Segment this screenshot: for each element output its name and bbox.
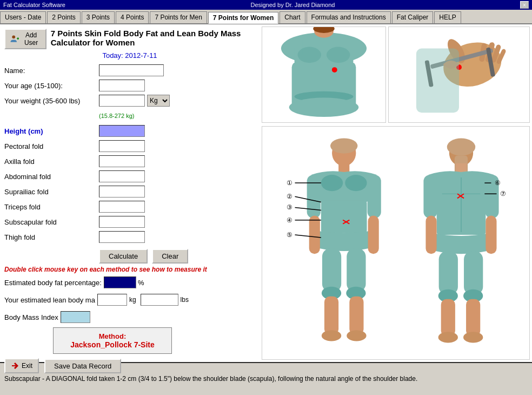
axilla-row: Axilla fold <box>4 155 255 168</box>
svg-rect-66 <box>423 175 437 219</box>
today-date: Today: 2012-7-11 <box>4 51 255 60</box>
svg-rect-44 <box>349 297 363 335</box>
method-label: Method: <box>58 332 167 340</box>
svg-point-76 <box>438 332 458 343</box>
svg-text:⑦: ⑦ <box>500 190 506 198</box>
name-input[interactable] <box>99 64 164 76</box>
left-panel: Add User 7 Points Skin Fold Body Fat and… <box>0 24 260 362</box>
method-box: Method: Jackson_Pollock 7-Site <box>53 327 172 354</box>
calculate-button[interactable]: Calculate <box>99 249 148 264</box>
main-content: Add User 7 Points Skin Fold Body Fat and… <box>0 24 532 362</box>
svg-rect-68 <box>425 216 436 254</box>
abdominal-row: Abdominal fold <box>4 170 255 183</box>
nav-tabs: Users - Date2 Points3 Points4 Points7 Po… <box>0 10 532 24</box>
bottom-buttons: Exit Save Data Record <box>4 358 255 373</box>
bmi-output <box>61 311 90 323</box>
suprailiac-input[interactable] <box>99 186 145 198</box>
page-title: 7 Points Skin Fold Body Fat and Lean Bod… <box>51 29 255 47</box>
lean-lbs-output <box>141 294 178 306</box>
pectoral-input[interactable] <box>99 140 145 152</box>
thigh-row: Thigh fold <box>4 231 255 243</box>
svg-point-46 <box>347 330 366 341</box>
tab-help[interactable]: HELP <box>434 11 461 23</box>
name-label: Name: <box>4 67 99 75</box>
title-bar-left: Fat Calculator Software <box>3 2 65 8</box>
age-row: Your age (15-100): <box>4 79 255 92</box>
status-text: Subscapular - A DIAGONAL fold taken 1-2 … <box>4 375 417 383</box>
thigh-label: Thigh fold <box>4 233 99 241</box>
title-bar: Fat Calculator Software Designed by Dr. … <box>0 0 532 10</box>
exit-button[interactable]: Exit <box>4 358 39 373</box>
close-button[interactable]: × <box>520 1 529 9</box>
clear-button[interactable]: Clear <box>152 249 188 264</box>
tab-fat-caliper[interactable]: Fat Caliper <box>392 11 434 23</box>
tab-4-points[interactable]: 4 Points <box>116 11 149 23</box>
thigh-input[interactable] <box>99 231 145 243</box>
add-user-button[interactable]: Add User <box>4 29 46 49</box>
add-user-label: Add User <box>21 31 41 47</box>
abdominal-input[interactable] <box>99 170 145 182</box>
tab-7-points-men[interactable]: 7 Points for Men <box>150 11 207 23</box>
lean-lbs-unit: lbs <box>181 296 189 304</box>
method-value: Jackson_Pollock 7-Site <box>58 340 167 349</box>
svg-text:④: ④ <box>287 216 292 224</box>
lean-kg-output <box>97 294 127 306</box>
svg-rect-34 <box>321 200 367 233</box>
svg-rect-36 <box>368 175 381 219</box>
weight-note: (15.8-272 kg) <box>99 113 134 119</box>
tab-7-points-women[interactable]: 7 Points for Women <box>208 12 278 24</box>
bf-unit: % <box>138 279 144 287</box>
pectoral-row: Pectoral fold <box>4 140 255 153</box>
bf-output <box>104 276 136 288</box>
weight-row: Your weight (35-600 lbs) Kg Lbs <box>4 94 255 107</box>
triceps-label: Triceps fold <box>4 203 99 211</box>
svg-point-16 <box>327 47 350 63</box>
svg-text:⑥: ⑥ <box>495 179 501 187</box>
tab-formulas[interactable]: Formulas and Instructions <box>307 11 391 23</box>
exit-label: Exit <box>22 362 32 370</box>
weight-unit-select[interactable]: Kg Lbs <box>147 95 170 107</box>
subscapular-row: Subscapular fold <box>4 215 255 228</box>
svg-rect-71 <box>464 251 483 295</box>
tab-chart[interactable]: Chart <box>280 11 305 23</box>
name-row: Name: <box>4 64 255 77</box>
bmi-result-row: Body Mass Index <box>4 310 255 324</box>
subscapular-input[interactable] <box>99 216 145 228</box>
height-label: Height (cm) <box>4 127 99 135</box>
front-torso-diagram <box>262 27 386 123</box>
tab-users-date[interactable]: Users - Date <box>0 11 46 23</box>
hint-text: Double click mouse key on each method to… <box>4 266 255 273</box>
add-user-icon <box>10 32 19 45</box>
svg-rect-37 <box>309 216 320 254</box>
lean-result-row: Your estimated lean body ma kg lbs <box>4 293 255 307</box>
bf-label: Estimated body fat percentage: <box>4 279 102 287</box>
height-input[interactable] <box>99 125 145 137</box>
svg-point-12 <box>289 98 359 117</box>
triceps-input[interactable] <box>99 201 145 213</box>
svg-point-15 <box>298 47 322 63</box>
title-bar-right: Designed by Dr. Jared Diamond <box>251 2 335 8</box>
pectoral-label: Pectoral fold <box>4 142 99 150</box>
axilla-label: Axilla fold <box>4 157 99 166</box>
weight-label: Your weight (35-600 lbs) <box>4 97 99 105</box>
svg-text:③: ③ <box>287 204 292 212</box>
caliper-diagram <box>388 27 530 123</box>
svg-point-32 <box>321 175 343 191</box>
svg-text:①: ① <box>287 179 292 187</box>
axilla-input[interactable] <box>99 155 145 167</box>
save-button[interactable]: Save Data Record <box>44 359 121 373</box>
svg-text:②: ② <box>287 193 292 200</box>
age-label: Your age (15-100): <box>4 82 99 90</box>
svg-point-33 <box>345 175 367 191</box>
svg-rect-74 <box>441 299 455 337</box>
suprailiac-label: Suprailiac fold <box>4 188 99 196</box>
bf-result-row: Estimated body fat percentage: % <box>4 275 255 289</box>
tab-2-points[interactable]: 2 Points <box>47 11 80 23</box>
age-input[interactable] <box>99 80 145 91</box>
svg-rect-43 <box>324 297 338 335</box>
tab-3-points[interactable]: 3 Points <box>82 11 115 23</box>
svg-point-10 <box>332 67 337 73</box>
svg-rect-2 <box>18 37 18 40</box>
weight-input[interactable] <box>99 95 145 107</box>
calc-buttons-row: Calculate Clear <box>99 249 255 264</box>
